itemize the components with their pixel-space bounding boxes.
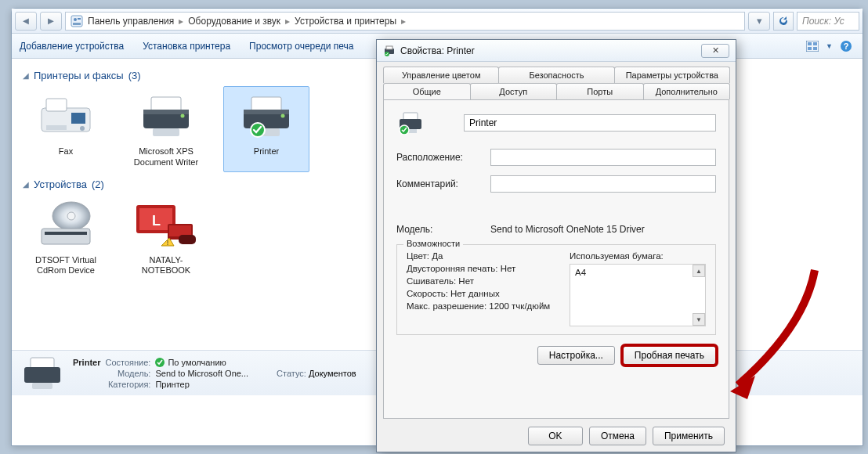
- svg-text:!: !: [167, 239, 169, 247]
- svg-rect-44: [386, 46, 392, 49]
- crumb-3[interactable]: Устройства и принтеры: [295, 16, 396, 27]
- svg-rect-23: [244, 110, 289, 114]
- svg-rect-36: [179, 235, 196, 244]
- svg-rect-16: [151, 97, 181, 111]
- svg-rect-7: [808, 47, 812, 50]
- section-title-devices: Устройства: [34, 178, 87, 190]
- device-nataly[interactable]: L! NATALY-NOTEBOOK: [123, 195, 209, 281]
- paper-label: Используемая бумага:: [570, 251, 706, 261]
- crumb-1[interactable]: Панель управления: [88, 16, 174, 27]
- crumb-2[interactable]: Оборудование и звук: [188, 16, 280, 27]
- svg-rect-41: [32, 383, 52, 389]
- tab-sharing[interactable]: Доступ: [470, 83, 558, 99]
- nav-forward-button[interactable]: ►: [40, 12, 62, 31]
- close-button[interactable]: ✕: [701, 44, 729, 58]
- printer-large-icon: [396, 111, 425, 135]
- apply-button[interactable]: Применить: [653, 427, 725, 445]
- svg-rect-6: [813, 42, 817, 45]
- printer-name-input[interactable]: [464, 114, 716, 132]
- search-input[interactable]: Поиск: Ус: [797, 12, 859, 31]
- cancel-button[interactable]: Отмена: [589, 427, 646, 445]
- ok-button[interactable]: OK: [528, 427, 583, 445]
- section-count-devices: (2): [92, 178, 104, 190]
- device-printer[interactable]: Printer: [223, 86, 309, 172]
- printer-small-icon: [383, 45, 396, 56]
- tab-general-page: Расположение: Комментарий: Модель: Send …: [383, 99, 729, 419]
- collapse-icon[interactable]: ◢: [23, 71, 29, 80]
- printer-properties-dialog: Свойства: Printer ✕ Управление цветом Бе…: [376, 39, 736, 452]
- location-input[interactable]: [490, 149, 716, 166]
- svg-rect-21: [251, 97, 281, 111]
- comment-label: Комментарий:: [396, 178, 483, 189]
- svg-rect-19: [153, 128, 179, 136]
- svg-point-28: [67, 212, 75, 220]
- svg-rect-13: [71, 113, 85, 124]
- svg-rect-5: [808, 42, 812, 45]
- add-device-button[interactable]: Добавление устройства: [20, 41, 124, 52]
- svg-rect-46: [403, 113, 418, 120]
- scroll-up-button[interactable]: ▲: [693, 265, 705, 277]
- device-dtsoft[interactable]: DTSOFT Virtual CdRom Device: [23, 195, 109, 281]
- svg-rect-3: [73, 23, 81, 25]
- model-value: Send to Microsoft OneNote 15 Driver: [490, 224, 645, 235]
- svg-point-15: [80, 126, 85, 131]
- dialog-titlebar[interactable]: Свойства: Printer ✕: [377, 40, 736, 62]
- collapse-icon[interactable]: ◢: [23, 180, 29, 189]
- comment-input[interactable]: [490, 175, 716, 193]
- refresh-button[interactable]: [773, 12, 794, 31]
- printer-icon: [132, 90, 200, 143]
- cap-speed: Скорость: Нет данных: [407, 289, 555, 298]
- settings-button[interactable]: Настройка...: [537, 346, 615, 365]
- nav-back-button[interactable]: ◄: [15, 12, 37, 31]
- svg-point-25: [281, 114, 285, 118]
- svg-rect-40: [24, 367, 60, 383]
- view-dropdown[interactable]: ▼: [826, 42, 833, 50]
- dialog-title: Свойства: Printer: [400, 45, 475, 56]
- section-title-printers: Принтеры и факсы: [34, 70, 124, 81]
- cap-stapler: Сшиватель: Нет: [407, 276, 555, 286]
- breadcrumb[interactable]: Панель управления▸ Оборудование и звук▸ …: [65, 12, 745, 31]
- fax-icon: [32, 90, 99, 143]
- svg-rect-39: [31, 358, 54, 369]
- svg-rect-8: [813, 47, 817, 50]
- svg-rect-35: [169, 225, 191, 236]
- cap-duplex: Двусторонняя печать: Нет: [407, 264, 555, 273]
- tab-security[interactable]: Безопасность: [498, 67, 614, 83]
- section-count-printers: (3): [128, 70, 141, 81]
- cap-maxres: Макс. разрешение: 1200 тчк/дюйм: [407, 301, 555, 311]
- view-mode-button[interactable]: [804, 38, 821, 54]
- computer-icon: L!: [132, 199, 200, 252]
- test-print-button[interactable]: Пробная печать: [623, 346, 716, 365]
- svg-rect-18: [143, 110, 189, 114]
- svg-rect-14: [46, 125, 67, 130]
- help-button[interactable]: ?: [837, 38, 855, 54]
- status-badge: По умолчанию: [155, 358, 248, 367]
- tab-general[interactable]: Общие: [383, 83, 471, 99]
- view-queue-button[interactable]: Просмотр очереди печа: [249, 41, 353, 52]
- location-label: Расположение:: [396, 152, 483, 163]
- capabilities-fieldset: Возможности Цвет: Да Двусторонняя печать…: [396, 244, 716, 335]
- svg-rect-12: [46, 99, 67, 111]
- tab-device-params[interactable]: Параметры устройства: [614, 67, 730, 83]
- cap-color: Цвет: Да: [407, 251, 555, 261]
- details-name: Printer: [73, 358, 100, 367]
- scroll-down-button[interactable]: ▼: [693, 313, 705, 326]
- address-bar: ◄ ► Панель управления▸ Оборудование и зв…: [12, 9, 863, 34]
- printer-default-icon: [233, 90, 300, 143]
- paper-list[interactable]: A4 ▲ ▼: [570, 264, 706, 326]
- cdrom-icon: [32, 199, 99, 252]
- svg-point-1: [74, 18, 77, 21]
- tab-ports[interactable]: Порты: [556, 83, 644, 99]
- add-printer-button[interactable]: Установка принтера: [143, 41, 230, 52]
- tab-advanced[interactable]: Дополнительно: [643, 83, 731, 99]
- svg-text:L: L: [152, 213, 161, 229]
- device-fax[interactable]: Fax: [23, 86, 109, 172]
- svg-rect-30: [45, 232, 87, 235]
- tab-color-management[interactable]: Управление цветом: [383, 67, 499, 83]
- printer-thumb-icon: [20, 355, 65, 392]
- device-xps[interactable]: Microsoft XPS Document Writer: [123, 86, 209, 172]
- svg-rect-2: [78, 18, 81, 20]
- address-dropdown[interactable]: ▾: [748, 12, 770, 31]
- svg-text:?: ?: [844, 41, 849, 51]
- control-panel-icon: [71, 15, 83, 27]
